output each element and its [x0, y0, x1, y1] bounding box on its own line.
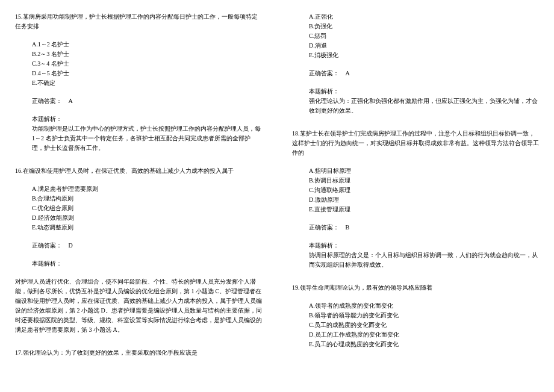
- option-c: C.员工的成熟度的变化而变化: [309, 320, 539, 330]
- option-b: B.协调目标原理: [309, 176, 539, 185]
- answer-value: A: [69, 98, 73, 104]
- option-b: B.2～3 名护士: [32, 49, 262, 59]
- option-e: E.消极强化: [309, 51, 539, 60]
- option-d: D.消退: [309, 41, 539, 51]
- answer-line: 正确答案： D: [15, 241, 262, 250]
- analysis-text: 功能制护理是以工作为中心的护理方式，护士长按照护理工作的内容分配护理人员，每 1…: [15, 124, 262, 153]
- left-column: 15.某病房采用功能制护理，护士长根据护理工作的内容分配每日护士的工作，一般每项…: [0, 0, 277, 392]
- analysis-text: 协调目标原理的含义是：个人目标与组织目标协调一致，人们的行为就会趋向统一，从而实…: [292, 250, 539, 270]
- question-17: 17.强化理论认为：为了收到更好的效果，主要采取的强化手段应该是: [15, 348, 262, 358]
- options-list: A.领导者的成熟度的变化而变化 B.领导者的领导能力的变化而变化 C.员工的成熟…: [292, 301, 539, 349]
- option-d: D.4～5 名护士: [32, 69, 262, 78]
- analysis-label: 本题解析：: [292, 87, 539, 96]
- analysis-text: 对护理人员进行优化、合理组合，使不同年龄阶段、个性、特长的护理人员充分发挥个人潜…: [15, 277, 262, 335]
- question-text: 15.某病房采用功能制护理，护士长根据护理工作的内容分配每日护士的工作，一般每项…: [15, 12, 262, 31]
- question-16: 16.在编设和使用护理人员时，在保证优质、高效的基础上减少人力成本的投入属于 A…: [15, 166, 262, 335]
- answer-line: 正确答案： A: [292, 69, 539, 78]
- option-b: B.合理结构原则: [32, 194, 262, 204]
- answer-label: 正确答案：: [309, 70, 339, 76]
- question-19: 19.领导生命周期理论认为，最有效的领导风格应随着 A.领导者的成熟度的变化而变…: [292, 283, 539, 349]
- option-e: E.不确定: [32, 78, 262, 88]
- option-b: B.负强化: [309, 22, 539, 31]
- question-text: 16.在编设和使用护理人员时，在保证优质、高效的基础上减少人力成本的投入属于: [15, 166, 262, 176]
- option-c: C.3～4 名护士: [32, 59, 262, 69]
- answer-line: 正确答案： B: [292, 223, 539, 232]
- option-b: B.领导者的领导能力的变化而变化: [309, 311, 539, 320]
- option-e: E.员工的心理成熟度的变化而变化: [309, 340, 539, 349]
- right-column: A.正强化 B.负强化 C.惩罚 D.消退 E.消极强化 正确答案： A 本题解…: [277, 0, 554, 392]
- answer-value: A: [346, 70, 350, 76]
- options-list: A.指明目标原理 B.协调目标原理 C.沟通联络原理 D.激励原理 E.直接管理…: [292, 166, 539, 214]
- analysis-label: 本题解析：: [15, 259, 262, 269]
- option-e: E.动态调整原则: [32, 223, 262, 232]
- answer-value: D: [69, 242, 73, 249]
- option-c: C.优化组合原则: [32, 204, 262, 213]
- option-a: A.满足患者护理需要原则: [32, 184, 262, 194]
- option-a: A.正强化: [309, 12, 539, 22]
- question-17-continued: A.正强化 B.负强化 C.惩罚 D.消退 E.消极强化 正确答案： A 本题解…: [292, 12, 539, 116]
- option-c: C.沟通联络原理: [309, 185, 539, 195]
- analysis-label: 本题解析：: [292, 241, 539, 250]
- options-list: A.1～2 名护士 B.2～3 名护士 C.3～4 名护士 D.4～5 名护士 …: [15, 40, 262, 88]
- option-e: E.直接管理原理: [309, 205, 539, 214]
- question-text: 19.领导生命周期理论认为，最有效的领导风格应随着: [292, 283, 539, 293]
- option-a: A.1～2 名护士: [32, 40, 262, 49]
- question-15: 15.某病房采用功能制护理，护士长根据护理工作的内容分配每日护士的工作，一般每项…: [15, 12, 262, 153]
- answer-value: B: [346, 224, 350, 231]
- answer-label: 正确答案：: [309, 224, 339, 231]
- options-list: A.满足患者护理需要原则 B.合理结构原则 C.优化组合原则 D.经济效能原则 …: [15, 184, 262, 232]
- option-d: D.激励原理: [309, 195, 539, 205]
- answer-label: 正确答案：: [32, 242, 62, 249]
- option-d: D.经济效能原则: [32, 213, 262, 223]
- option-a: A.领导者的成熟度的变化而变化: [309, 301, 539, 311]
- options-list: A.正强化 B.负强化 C.惩罚 D.消退 E.消极强化: [292, 12, 539, 60]
- option-c: C.惩罚: [309, 31, 539, 41]
- question-text: 18.某护士长在领导护士们完成病房护理工作的过程中，注意个人目标和组织目标协调一…: [292, 129, 539, 158]
- option-d: D.员工的工作成熟度的变化而变化: [309, 330, 539, 340]
- answer-label: 正确答案：: [32, 98, 62, 104]
- analysis-text: 强化理论认为：正强化和负强化都有激励作用，但应以正强化为主，负强化为辅，才会收到…: [292, 96, 539, 116]
- question-18: 18.某护士长在领导护士们完成病房护理工作的过程中，注意个人目标和组织目标协调一…: [292, 129, 539, 270]
- option-a: A.指明目标原理: [309, 166, 539, 176]
- question-text: 17.强化理论认为：为了收到更好的效果，主要采取的强化手段应该是: [15, 348, 262, 358]
- document-page: 15.某病房采用功能制护理，护士长根据护理工作的内容分配每日护士的工作，一般每项…: [0, 0, 554, 392]
- analysis-label: 本题解析：: [15, 114, 262, 124]
- answer-line: 正确答案： A: [15, 96, 262, 106]
